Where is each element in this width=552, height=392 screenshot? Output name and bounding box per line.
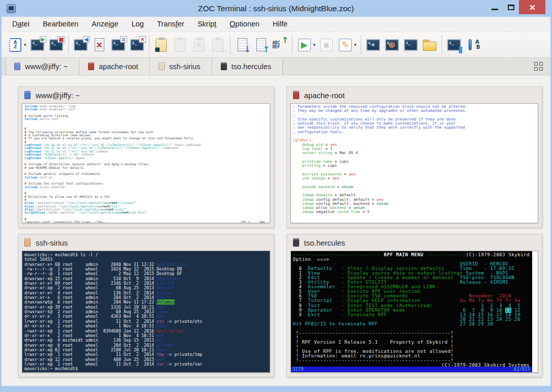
upload-file-button[interactable]: ↑ xyxy=(252,34,270,56)
pane-title: www@jiffy: ~ xyxy=(36,91,80,100)
address-book-dropdown-caret[interactable]: ▾ xyxy=(24,42,26,47)
terminal-line: use spnego = yes xyxy=(293,176,536,180)
tile-grid-icon[interactable] xyxy=(534,62,543,71)
pane-apache-root: apache-root; Parameters inside the requi… xyxy=(286,86,543,228)
tab-label: www@jiffy: ~ xyxy=(25,63,68,71)
run-script-dropdown-caret[interactable]: ▾ xyxy=(313,42,316,47)
freeze-screen-button[interactable]: ✳ xyxy=(364,34,382,56)
tab-tso-hercules[interactable]: tso.hercules xyxy=(212,58,283,75)
toolbar-separator xyxy=(149,35,150,54)
session-icon xyxy=(24,238,31,247)
terminal-line: idmap negative cache time = 5 xyxy=(293,210,536,214)
stop-logging-button[interactable]: × xyxy=(91,34,108,56)
session-icon xyxy=(293,238,299,247)
menu-optionen[interactable]: Optionen xyxy=(223,17,266,32)
session-icon xyxy=(88,63,94,70)
minimize-button[interactable] xyxy=(486,0,503,14)
print-clipboard-button: ▭ xyxy=(209,34,227,56)
zoc-terminal-window: ZOC Terminal : ssh-sirius (MidnightBlue.… xyxy=(0,0,552,392)
ascii-upload-button[interactable]: ↑ xyxy=(271,34,289,56)
status-right: 02/015 xyxy=(514,367,530,372)
terminal-target-glyph: ⊕ xyxy=(388,41,395,49)
toolbar-separator xyxy=(292,35,293,54)
session-profile-button[interactable]: ▮ xyxy=(445,34,463,56)
close-button[interactable] xyxy=(519,0,545,14)
toolbar-separator xyxy=(68,35,69,54)
maximize-button[interactable] xyxy=(503,0,519,14)
session-profile-icon: ▮ xyxy=(446,37,462,53)
connect-session-icon: ▶ xyxy=(30,37,45,53)
tab-www-jiffy[interactable]: www@jiffy: ~ xyxy=(6,58,79,75)
edit-clipboard-icon: ✎ xyxy=(191,37,207,53)
edit-script-dropdown-caret[interactable]: ▾ xyxy=(354,42,357,47)
menu-anzeige[interactable]: Anzeige xyxy=(85,17,125,32)
edit-script-button[interactable]: ✎▾ xyxy=(336,34,358,56)
paste-clipboard-icon: ▪ xyxy=(154,37,169,53)
menu-log[interactable]: Log xyxy=(125,17,150,32)
menu-datei[interactable]: Datei xyxy=(6,17,36,32)
terminal-line: ; They may be changed at any time by upg… xyxy=(293,109,536,113)
menu-bearbeiten[interactable]: Bearbeiten xyxy=(36,17,85,32)
terminal-content[interactable]: Include mods-enabled/*.loadInclude mods-… xyxy=(22,103,270,223)
stop-logging-glyph: × xyxy=(96,41,103,49)
download-file-button[interactable]: ↓ xyxy=(234,34,251,56)
screen-capture-button[interactable]: ≡ xyxy=(109,34,127,56)
clear-screen-capture-glyph: × xyxy=(139,36,146,43)
download-file-icon: ↓ xyxy=(235,37,250,53)
terminal-line: server string = Mac OS X xyxy=(293,151,536,155)
stop-script-icon: ■ xyxy=(318,37,334,53)
menu-skript[interactable]: Skript xyxy=(191,17,223,32)
print-screen-icon: ▭ xyxy=(403,37,419,53)
copy-to-clipboard-button xyxy=(171,34,189,56)
open-folder-button[interactable] xyxy=(421,34,439,56)
terminal-screen[interactable]: ; Parameters inside the required configu… xyxy=(291,104,538,216)
pane-header: ssh-sirius xyxy=(18,234,274,251)
start-logging-button[interactable]: ◀ xyxy=(72,34,90,56)
pane-header: apache-root xyxy=(287,87,542,103)
terminal-screen[interactable]: ----------------------------- RPF MAIN M… xyxy=(291,251,533,372)
menu-transfer[interactable]: Transfer xyxy=(151,17,191,32)
edit-clipboard-glyph: ✎ xyxy=(196,42,201,48)
toolbar-separator xyxy=(442,35,442,54)
connect-session-button[interactable]: ▶ xyxy=(28,34,46,56)
run-script-button[interactable]: ▶▾ xyxy=(296,34,317,56)
clear-screen-capture-button[interactable]: × xyxy=(128,34,146,56)
text-encoding-button[interactable] xyxy=(464,34,482,56)
terminal-line: printing = cups xyxy=(293,164,536,168)
run-script-icon: ▶ xyxy=(297,37,312,53)
session-icon xyxy=(293,91,299,99)
tab-label: ssh-sirius xyxy=(169,63,200,71)
disconnect-session-icon: ■ xyxy=(48,37,64,53)
menu-hilfe[interactable]: Hilfe xyxy=(266,17,294,32)
terminal-screen[interactable]: Include mods-enabled/*.loadInclude mods-… xyxy=(22,104,270,223)
download-file-glyph: ↓ xyxy=(244,45,251,54)
paste-clipboard-button[interactable]: ▪ xyxy=(153,34,170,56)
print-screen-button[interactable]: ▭ xyxy=(402,34,420,56)
session-icon xyxy=(221,63,227,70)
paste-clipboard-glyph: ▪ xyxy=(155,45,161,53)
terminal-status-bar: 327902/015 xyxy=(291,367,533,372)
terminal-screen[interactable]: mavericks:~ mschmidt$ ls -l /total 16453… xyxy=(22,251,270,373)
disconnect-session-button[interactable]: ■ xyxy=(47,34,65,56)
tab-ssh-sirius[interactable]: ssh-sirius xyxy=(150,58,212,75)
stop-script-glyph: ■ xyxy=(324,42,329,48)
address-book-button[interactable]: ▾ xyxy=(6,34,27,56)
tab-apache-root[interactable]: apache-root xyxy=(79,58,150,75)
session-icon xyxy=(14,63,20,70)
toolbar-separator xyxy=(361,35,361,54)
pane-tso-hercules: tso.hercules----------------------------… xyxy=(286,234,543,377)
terminal-content[interactable]: ; Parameters inside the required configu… xyxy=(290,103,539,223)
terminal-line: mavericks:~ mschmidt$ xyxy=(24,367,268,371)
terminal-target-button[interactable]: ⊕ xyxy=(383,34,401,56)
ascii-upload-icon: ↑ xyxy=(272,37,288,53)
maximize-icon xyxy=(508,5,514,10)
pane-ssh-sirius: ssh-siriusmavericks:~ mschmidt$ ls -l /t… xyxy=(18,234,274,377)
terminal-content[interactable]: ----------------------------- RPF MAIN M… xyxy=(290,251,539,373)
status-left: 3279 xyxy=(293,367,304,372)
terminal-content[interactable]: mavericks:~ mschmidt$ ls -l /total 16453… xyxy=(22,251,270,373)
tab-label: tso.hercules xyxy=(231,63,271,71)
print-clipboard-icon: ▭ xyxy=(210,37,226,53)
screen-capture-icon: ≡ xyxy=(110,37,126,53)
terminal-target-icon: ⊕ xyxy=(384,37,400,53)
terminal-line xyxy=(293,134,536,138)
